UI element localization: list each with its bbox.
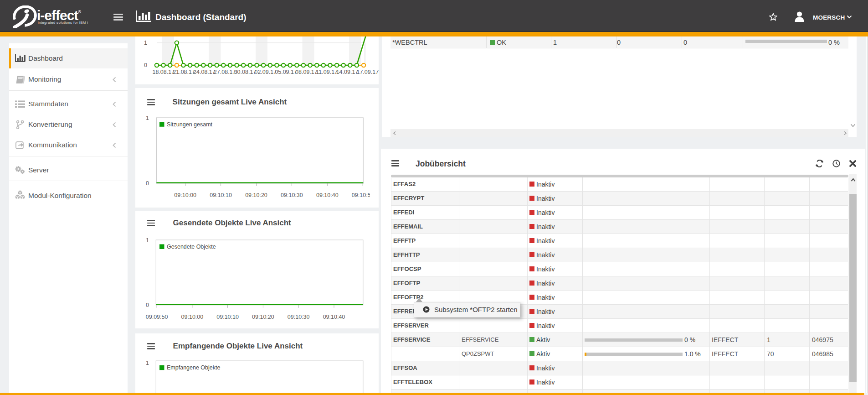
svg-text:09:10:10: 09:10:10 — [216, 314, 239, 320]
svg-text:09:10:40: 09:10:40 — [316, 192, 339, 198]
svg-text:02.09.17: 02.09.17 — [254, 69, 277, 75]
svg-text:14.09.17: 14.09.17 — [336, 69, 359, 75]
svg-text:05.09.17: 05.09.17 — [275, 69, 297, 75]
svg-text:Sitzungen gesamt: Sitzungen gesamt — [167, 121, 213, 128]
svg-text:0: 0 — [144, 62, 147, 68]
svg-text:09:09:50: 09:09:50 — [146, 314, 168, 320]
svg-text:09:10:00: 09:10:00 — [174, 192, 196, 198]
svg-text:1: 1 — [146, 115, 149, 121]
svg-text:0: 0 — [146, 180, 149, 187]
svg-text:Empfangene Objekte: Empfangene Objekte — [167, 364, 220, 371]
svg-text:09:10:30: 09:10:30 — [288, 314, 310, 320]
svg-text:24.08.17: 24.08.17 — [193, 69, 216, 75]
svg-text:21.08.17: 21.08.17 — [173, 69, 195, 75]
svg-text:1: 1 — [146, 237, 149, 244]
svg-text:17.09.17: 17.09.17 — [356, 69, 379, 75]
svg-text:Gesendete Objekte: Gesendete Objekte — [167, 244, 216, 250]
svg-text:1: 1 — [144, 40, 147, 46]
svg-text:09:10:10: 09:10:10 — [210, 192, 232, 198]
svg-text:09:10:40: 09:10:40 — [323, 314, 345, 320]
svg-text:11.09.17: 11.09.17 — [316, 69, 338, 75]
svg-text:09:10:20: 09:10:20 — [245, 192, 267, 198]
svg-text:1: 1 — [146, 360, 149, 366]
svg-text:08.09.17: 08.09.17 — [295, 69, 318, 75]
svg-text:27.08.17: 27.08.17 — [214, 69, 236, 75]
svg-text:0: 0 — [146, 302, 149, 308]
svg-text:09:10:00: 09:10:00 — [181, 314, 204, 320]
svg-text:18.08.17: 18.08.17 — [152, 69, 175, 75]
svg-text:09:10:20: 09:10:20 — [252, 314, 274, 320]
svg-text:30.08.17: 30.08.17 — [234, 69, 257, 75]
svg-text:09:10:50: 09:10:50 — [352, 192, 370, 198]
svg-text:09:10:30: 09:10:30 — [281, 192, 303, 198]
